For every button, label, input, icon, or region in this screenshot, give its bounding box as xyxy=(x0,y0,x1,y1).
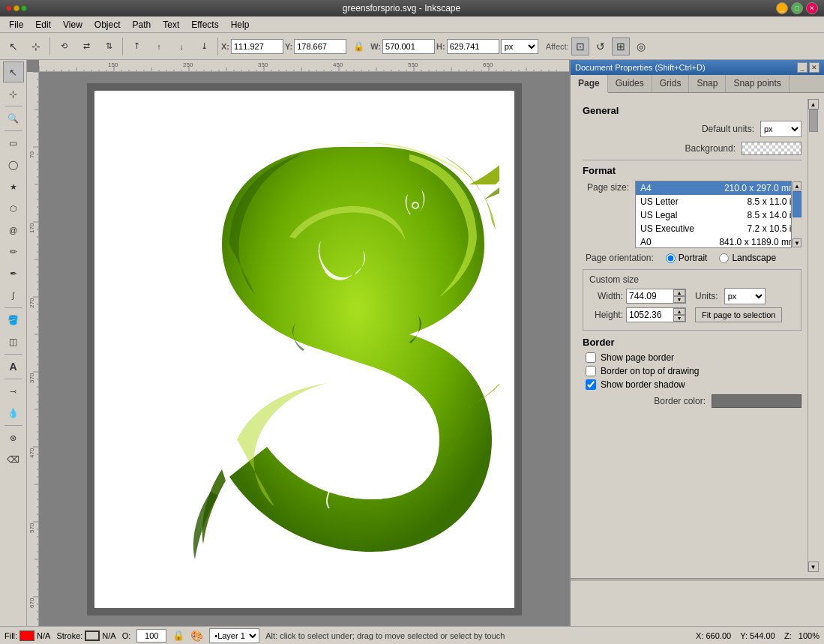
toolbar-flip-h[interactable]: ⇄ xyxy=(76,36,97,57)
x-input[interactable] xyxy=(231,39,283,54)
custom-units-select[interactable]: px mm in xyxy=(724,288,766,304)
tool-zoom[interactable]: 🔍 xyxy=(3,108,24,129)
stroke-color-box[interactable] xyxy=(85,631,100,641)
toolbar-transform[interactable]: ⟲ xyxy=(53,36,74,57)
panel-scroll-track[interactable] xyxy=(808,109,819,562)
tool-circle[interactable]: ◯ xyxy=(3,154,24,175)
panel-scroll-down[interactable]: ▼ xyxy=(808,562,819,572)
canvas-page[interactable] xyxy=(94,91,514,608)
affect-btn-3[interactable]: ⊞ xyxy=(612,37,630,55)
affect-btn-2[interactable]: ↺ xyxy=(592,37,610,55)
menu-edit[interactable]: Edit xyxy=(29,18,57,31)
tool-node[interactable]: ⊹ xyxy=(3,83,24,104)
width-up-button[interactable]: ▲ xyxy=(673,289,685,296)
panel-scroll-thumb[interactable] xyxy=(809,109,818,132)
portrait-option[interactable]: Portrait xyxy=(666,253,708,263)
format-item-a0[interactable]: A0 841.0 x 1189.0 mm xyxy=(636,235,801,248)
fill-color-box[interactable] xyxy=(19,631,34,641)
lock-aspect-btn[interactable]: 🔒 xyxy=(348,36,369,57)
tab-snap-points[interactable]: Snap points xyxy=(726,75,789,92)
minimize-button[interactable]: _ xyxy=(776,2,788,14)
landscape-option[interactable]: Landscape xyxy=(719,253,776,263)
scroll-up-button[interactable]: ▲ xyxy=(793,181,802,190)
format-list[interactable]: A4 210.0 x 297.0 mm US Letter 8.5 x 11.0… xyxy=(635,181,802,248)
tool-callig[interactable]: ∫ xyxy=(3,285,24,306)
menu-text[interactable]: Text xyxy=(157,18,185,31)
w-input[interactable] xyxy=(382,39,435,54)
border-section: Border Show page border Border on top of… xyxy=(583,337,802,408)
border-color-swatch[interactable] xyxy=(712,394,802,408)
border-on-top-label[interactable]: Border on top of drawing xyxy=(601,366,699,376)
y-input[interactable] xyxy=(294,39,346,54)
menu-effects[interactable]: Effects xyxy=(185,18,224,31)
tab-guides[interactable]: Guides xyxy=(608,75,652,92)
canvas-drawing-area[interactable] xyxy=(39,72,569,626)
menu-object[interactable]: Object xyxy=(88,18,127,31)
tool-connectors[interactable]: ⤙ xyxy=(3,381,24,402)
tool-rect[interactable]: ▭ xyxy=(3,133,24,154)
toolbar-flip-v[interactable]: ⇅ xyxy=(98,36,119,57)
canvas-container[interactable] xyxy=(27,60,569,626)
panel-minimize-button[interactable]: _ xyxy=(797,62,808,73)
tool-spray[interactable]: ⊛ xyxy=(3,427,24,448)
format-item-a4[interactable]: A4 210.0 x 297.0 mm xyxy=(636,181,801,195)
width-down-button[interactable]: ▼ xyxy=(673,296,685,303)
menu-path[interactable]: Path xyxy=(127,18,157,31)
tool-pencil[interactable]: ✒ xyxy=(3,263,24,284)
show-page-border-checkbox[interactable] xyxy=(586,352,596,363)
affect-btn-4[interactable]: ◎ xyxy=(632,37,650,55)
show-border-shadow-checkbox[interactable] xyxy=(586,379,596,390)
maximize-button[interactable]: □ xyxy=(791,2,803,14)
tab-page[interactable]: Page xyxy=(571,75,608,93)
format-name-a0: A0 xyxy=(640,237,712,247)
tool-3d[interactable]: ⬡ xyxy=(3,198,24,219)
tool-gradient[interactable]: ◫ xyxy=(3,331,24,352)
units-select[interactable]: px mm in xyxy=(501,39,538,54)
toolbar-to-bottom[interactable]: ⤓ xyxy=(193,36,214,57)
tool-selector[interactable]: ↖ xyxy=(3,61,24,82)
close-dot[interactable] xyxy=(6,5,12,11)
menu-file[interactable]: File xyxy=(3,18,29,31)
background-color-picker[interactable] xyxy=(742,142,802,155)
toolbar-to-top[interactable]: ⤒ xyxy=(126,36,147,57)
tool-dropper[interactable]: 💧 xyxy=(3,403,24,424)
format-item-usexecutive[interactable]: US Executive 7.2 x 10.5 in xyxy=(636,222,801,235)
portrait-radio[interactable] xyxy=(666,253,676,263)
tab-snap[interactable]: Snap xyxy=(689,75,726,92)
menu-view[interactable]: View xyxy=(57,18,88,31)
scroll-thumb[interactable] xyxy=(793,191,802,217)
h-input[interactable] xyxy=(447,39,499,54)
tool-bucket[interactable]: 🪣 xyxy=(3,310,24,331)
toolbar-lower[interactable]: ↓ xyxy=(171,36,192,57)
tool-eraser[interactable]: ⌫ xyxy=(3,449,24,470)
show-border-shadow-label[interactable]: Show border shadow xyxy=(601,379,685,390)
scroll-down-button[interactable]: ▼ xyxy=(793,238,802,247)
toolbar-raise[interactable]: ↑ xyxy=(148,36,169,57)
panel-scroll-up[interactable]: ▲ xyxy=(808,99,819,109)
format-item-usletter[interactable]: US Letter 8.5 x 11.0 in xyxy=(636,195,801,208)
max-dot[interactable] xyxy=(21,5,27,11)
format-item-uslegal[interactable]: US Legal 8.5 x 14.0 in xyxy=(636,208,801,222)
panel-close-button[interactable]: ✕ xyxy=(809,62,820,73)
min-dot[interactable] xyxy=(13,5,19,11)
default-units-select[interactable]: px mm in pt xyxy=(760,121,802,137)
tool-star[interactable]: ★ xyxy=(3,176,24,197)
toolbar-node[interactable]: ⊹ xyxy=(25,36,46,57)
affect-btn-1[interactable]: ⊡ xyxy=(571,37,589,55)
height-down-button[interactable]: ▼ xyxy=(673,315,685,322)
tool-pen[interactable]: ✏ xyxy=(3,241,24,262)
opacity-input[interactable] xyxy=(136,629,166,643)
fit-page-button[interactable]: Fit page to selection xyxy=(695,307,782,322)
tool-spiral[interactable]: @ xyxy=(3,220,24,241)
show-page-border-label[interactable]: Show page border xyxy=(601,352,674,363)
tab-grids[interactable]: Grids xyxy=(652,75,690,92)
height-up-button[interactable]: ▲ xyxy=(673,308,685,315)
layer-select[interactable]: •Layer 1 xyxy=(209,628,259,643)
toolbar-selector[interactable]: ↖ xyxy=(3,36,24,57)
border-on-top-checkbox[interactable] xyxy=(586,366,596,376)
close-button[interactable]: ✕ xyxy=(806,2,818,14)
landscape-radio[interactable] xyxy=(719,253,729,263)
menu-help[interactable]: Help xyxy=(225,18,256,31)
format-list-scrollbar[interactable]: ▲ ▼ xyxy=(791,181,802,248)
tool-text[interactable]: A xyxy=(3,356,24,377)
